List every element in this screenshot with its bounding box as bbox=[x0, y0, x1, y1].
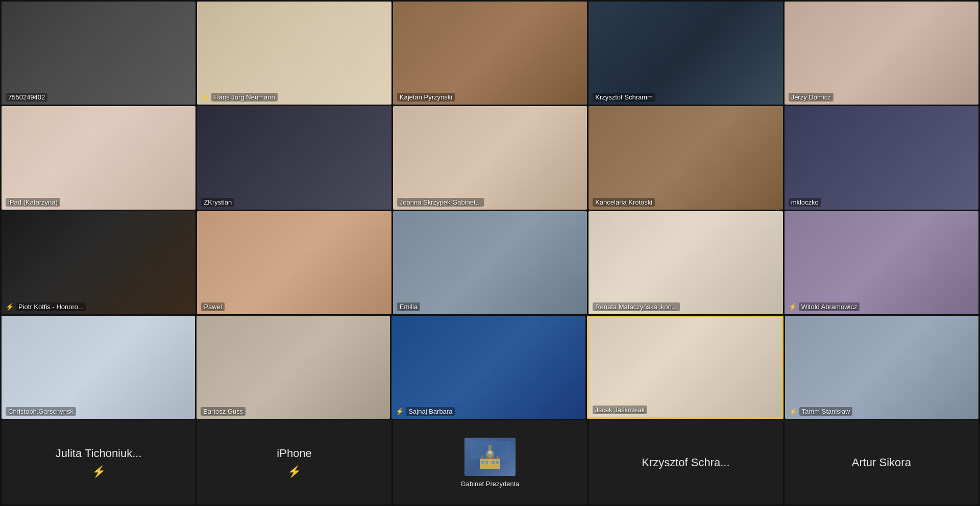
participant-cell[interactable]: Kajetan Pyrzynski bbox=[393, 2, 587, 105]
participant-cell[interactable]: ⚡ Tamm Stanisław bbox=[785, 316, 978, 419]
participant-thumbnail bbox=[464, 438, 516, 476]
participant-cell[interactable]: Emilia bbox=[393, 211, 587, 314]
thumbnail-participant-cell[interactable]: Gabinet Prezydenta bbox=[393, 420, 587, 504]
mic-muted-icon: ⚡ bbox=[287, 465, 301, 478]
video-row-1: 7550249402 ⚡ Hans Jörg Neumann Kajetan P… bbox=[2, 2, 978, 105]
participant-name: Artur Sikora bbox=[847, 456, 916, 469]
participant-cell[interactable]: Renata Mataczyńska .kon... bbox=[589, 211, 782, 314]
svg-rect-6 bbox=[492, 461, 495, 464]
participant-cell[interactable]: Bartosz Guss bbox=[197, 316, 390, 419]
participant-name: Jacek Jaśkowiak bbox=[593, 406, 648, 414]
audio-participant-cell[interactable]: Julita Tichoniuk... ⚡ bbox=[2, 420, 195, 504]
participant-name: Emilia bbox=[397, 302, 420, 311]
mic-muted-icon: ⚡ bbox=[789, 408, 797, 415]
participant-cell[interactable]: ZKrystian bbox=[197, 106, 391, 209]
participant-cell-active[interactable]: Jacek Jaśkowiak bbox=[587, 316, 783, 419]
participant-name: Piotr Kotfis - Honoro... bbox=[16, 302, 86, 311]
mic-muted-icon: ⚡ bbox=[6, 303, 14, 311]
audio-participant-cell[interactable]: Artur Sikora bbox=[785, 420, 978, 504]
mic-muted-icon: ⚡ bbox=[92, 465, 106, 478]
participant-name: Kajetan Pyrzynski bbox=[397, 93, 455, 102]
participant-name: ZKrystian bbox=[201, 198, 234, 207]
svg-rect-4 bbox=[481, 461, 484, 464]
audio-participant-cell-iphone[interactable]: iPhone ⚡ bbox=[197, 420, 391, 504]
participant-name: Krzysztof Schramm bbox=[593, 93, 655, 102]
participant-name: Kancelaria Krotoski bbox=[593, 198, 655, 207]
participant-name: 7550249402 bbox=[6, 93, 47, 102]
video-grid: 7550249402 ⚡ Hans Jörg Neumann Kajetan P… bbox=[0, 0, 980, 506]
participant-cell[interactable]: Christoph.Garschynsk bbox=[2, 316, 195, 419]
participant-name: Witold Abramowicz bbox=[799, 302, 860, 311]
participant-cell[interactable]: ⚡ Sajnaj Barbara bbox=[391, 316, 585, 419]
participant-name: Bartosz Guss bbox=[201, 407, 246, 416]
participant-cell[interactable]: ⚡ Piotr Kotfis - Honoro... bbox=[2, 211, 195, 314]
svg-rect-12 bbox=[470, 441, 510, 459]
participant-name: Krzysztof Schra... bbox=[636, 456, 734, 469]
participant-name: Joanna Skrzypek Gabinet... bbox=[397, 198, 484, 207]
video-row-4: Christoph.Garschynsk Bartosz Guss ⚡ Sajn… bbox=[2, 316, 978, 419]
video-row-3: ⚡ Piotr Kotfis - Honoro... Pawel Emilia … bbox=[2, 211, 978, 314]
participant-cell[interactable]: Joanna Skrzypek Gabinet... bbox=[393, 106, 587, 209]
participant-name: iPhone bbox=[272, 447, 317, 460]
mic-muted-icon: ⚡ bbox=[201, 93, 209, 101]
participant-cell[interactable]: Kancelaria Krotoski bbox=[589, 106, 782, 209]
participant-name: Pawel bbox=[201, 302, 224, 311]
participant-name: Julita Tichoniuk... bbox=[51, 447, 147, 460]
participant-cell[interactable]: mkloczko bbox=[785, 106, 978, 209]
participant-name: Hans Jörg Neumann bbox=[211, 93, 277, 102]
mic-muted-icon: ⚡ bbox=[396, 408, 404, 415]
participant-name: Gabinet Prezydenta bbox=[461, 480, 520, 488]
participant-name: Renata Mataczyńska .kon... bbox=[593, 302, 679, 311]
participant-cell[interactable]: Pawel bbox=[197, 211, 391, 314]
svg-rect-7 bbox=[496, 461, 499, 464]
video-row-2: iPad (Katarzyna) ZKrystian Joanna Skrzyp… bbox=[2, 106, 978, 209]
participant-name: iPad (Katarzyna) bbox=[6, 198, 60, 207]
participant-cell[interactable]: iPad (Katarzyna) bbox=[2, 106, 195, 209]
mic-muted-icon: ⚡ bbox=[789, 303, 797, 311]
participant-cell[interactable]: ⚡ Witold Abramowicz bbox=[785, 211, 978, 314]
participant-name: Jerzy Domicz bbox=[789, 93, 834, 102]
participant-name: mkloczko bbox=[789, 198, 821, 207]
video-row-bottom: Julita Tichoniuk... ⚡ iPhone ⚡ bbox=[2, 420, 978, 504]
participant-cell[interactable]: 7550249402 bbox=[2, 2, 195, 105]
participant-cell[interactable]: ⚡ Hans Jörg Neumann bbox=[197, 2, 391, 105]
participant-name: Christoph.Garschynsk bbox=[6, 407, 76, 416]
participant-cell[interactable]: Krzysztof Schramm bbox=[589, 2, 782, 105]
audio-participant-cell[interactable]: Krzysztof Schra... bbox=[589, 420, 782, 504]
participant-name: Sajnaj Barbara bbox=[406, 407, 455, 416]
svg-rect-5 bbox=[485, 461, 488, 464]
participant-name: Tamm Stanisław bbox=[799, 407, 853, 416]
participant-cell[interactable]: Jerzy Domicz bbox=[785, 2, 978, 105]
